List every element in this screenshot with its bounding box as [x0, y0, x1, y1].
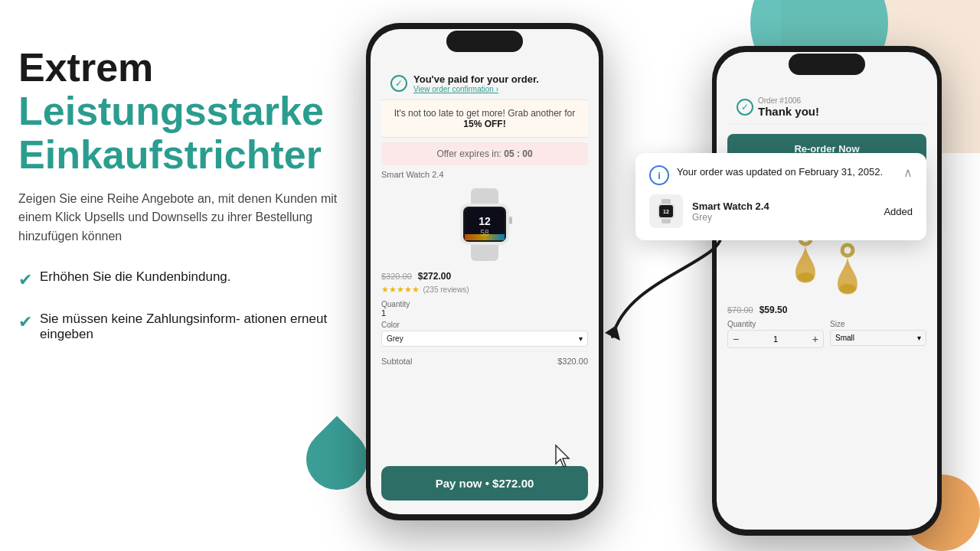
- phone-screen-content-left: ✓ You've paid for your order. View order…: [371, 29, 599, 514]
- thank-you-text: Thank you!: [758, 105, 819, 118]
- color-value-left: Grey: [387, 334, 403, 343]
- subtitle: Zeigen Sie eine Reihe Angebote an, mit d…: [18, 190, 355, 246]
- notif-header: i Your order was updated on February 31,…: [649, 165, 913, 185]
- color-label-left: Color: [381, 321, 588, 329]
- color-select-left[interactable]: Grey ▾: [381, 331, 588, 347]
- size-field-label: Size: [830, 320, 926, 328]
- checkmark-icon-2: ✔: [18, 312, 32, 332]
- subtotal-label: Subtotal: [381, 357, 412, 366]
- notif-product: 12 Smart Watch 2.4 Grey Added: [649, 194, 913, 228]
- notification-popup: i Your order was updated on February 31,…: [635, 153, 926, 240]
- notif-info-icon: i: [649, 165, 669, 185]
- svg-text:12: 12: [663, 209, 669, 214]
- order-number: Order #1006: [758, 96, 819, 105]
- product-label-left: Smart Watch 2.4: [381, 170, 588, 179]
- notif-watch-svg: 12: [652, 197, 680, 225]
- feature-item-2: ✔ Sie müssen keine Zahlungsinform- ation…: [18, 311, 355, 342]
- offer-label-left: Offer expires in:: [436, 148, 501, 159]
- offer-timer-left: Offer expires in: 05 : 00: [381, 142, 588, 165]
- feature-text-1: Erhöhen Sie die Kundenbindung.: [40, 269, 231, 285]
- heading-line3: Einkaufstrichter: [18, 133, 355, 177]
- order-header-right: ✓ Order #1006 Thank you!: [727, 90, 926, 125]
- upsell-text: It's not too late to get more! Grab anot…: [394, 108, 575, 119]
- cursor-icon: [550, 442, 577, 470]
- feature-item-1: ✔ Erhöhen Sie die Kundenbindung.: [18, 269, 355, 290]
- upsell-banner: It's not too late to get more! Grab anot…: [381, 100, 588, 138]
- size-value: Small: [835, 334, 854, 342]
- qty-plus-button[interactable]: +: [812, 333, 818, 345]
- feature-list: ✔ Erhöhen Sie die Kundenbindung. ✔ Sie m…: [18, 269, 355, 342]
- svg-point-18: [839, 284, 856, 293]
- size-chevron: ▾: [917, 334, 921, 342]
- notif-product-info: Smart Watch 2.4 Grey: [692, 201, 874, 223]
- check-circle-icon: ✓: [390, 75, 407, 92]
- svg-point-16: [797, 272, 814, 282]
- qty-number: 1: [773, 334, 778, 344]
- notif-close-button[interactable]: ∧: [903, 165, 913, 180]
- phone-left: ✓ You've paid for your order. View order…: [366, 23, 603, 520]
- heading-line1: Extrem: [18, 46, 355, 90]
- svg-text:12: 12: [479, 215, 491, 227]
- order-header-text: Order #1006 Thank you!: [758, 96, 819, 118]
- notif-product-name: Smart Watch 2.4: [692, 201, 874, 212]
- left-section: Extrem Leistungsstarke Einkaufstrichter …: [18, 46, 355, 342]
- qty-val-left: 1: [381, 308, 588, 318]
- phone-shell-left: ✓ You've paid for your order. View order…: [366, 23, 603, 520]
- svg-rect-7: [465, 234, 505, 240]
- order-confirmed-text: You've paid for your order.: [413, 73, 539, 85]
- feature-text-2: Sie müssen keine Zahlungsinform- ationen…: [40, 311, 355, 342]
- reviews-left: (235 reviews): [423, 285, 469, 294]
- stars-left: ★★★★★: [381, 285, 420, 294]
- svg-rect-8: [509, 217, 512, 224]
- earring-price-row: $70.00 $59.50: [727, 305, 926, 315]
- svg-point-17: [842, 245, 853, 256]
- pay-button[interactable]: Pay now • $272.00: [381, 466, 588, 500]
- checkmark-icon-1: ✔: [18, 270, 32, 290]
- watch-image: 12 58: [439, 182, 531, 266]
- price-old-left: $320.00: [381, 272, 412, 281]
- subtotal-row: Subtotal $320.00: [381, 351, 588, 370]
- notif-status: Added: [884, 206, 913, 217]
- notif-product-variant: Grey: [692, 212, 874, 223]
- earring-svg-2: [827, 241, 869, 298]
- notif-message: Your order was updated on February 31, 2…: [677, 165, 896, 180]
- upsell-highlight: 15% OFF!: [463, 119, 505, 129]
- heading-line2: Leistungsstarke: [18, 90, 355, 133]
- offer-timer-value-left: 05 : 00: [504, 148, 532, 159]
- notif-product-image: 12: [649, 194, 683, 228]
- price-new-left: $272.00: [418, 271, 451, 282]
- qty-label-left: Quantity: [381, 300, 588, 308]
- size-section: Size Small ▾: [830, 320, 926, 348]
- check-circle-right: ✓: [737, 99, 753, 116]
- view-confirmation-link[interactable]: View order confirmation ›: [413, 85, 539, 93]
- stars-row: ★★★★★ (235 reviews): [381, 282, 588, 295]
- size-select[interactable]: Small ▾: [830, 330, 926, 346]
- phone-screen-left: ✓ You've paid for your order. View order…: [371, 29, 599, 514]
- order-confirmed-bar: ✓ You've paid for your order. View order…: [381, 67, 588, 100]
- phone-notch-left: [446, 31, 523, 52]
- phone-notch-right: [789, 54, 865, 75]
- qty-size-row: Quantity − 1 + Size Small ▾: [727, 320, 926, 348]
- price-row-left: $320.00 $272.00: [381, 271, 588, 282]
- earring-price-new: $59.50: [760, 305, 788, 315]
- order-confirmed-text-group: You've paid for your order. View order c…: [413, 73, 539, 93]
